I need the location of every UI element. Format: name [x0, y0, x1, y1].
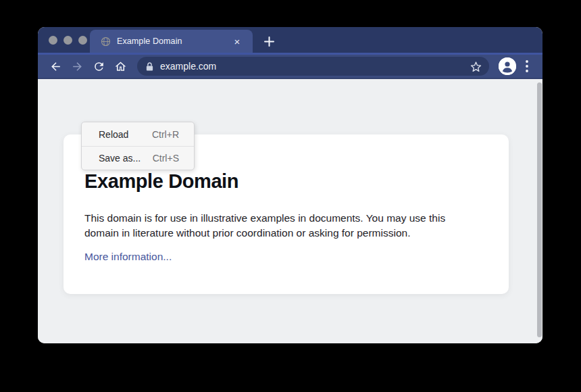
menu-item-label: Reload: [99, 129, 128, 140]
context-menu: Reload Ctrl+R Save as... Ctrl+S: [81, 122, 195, 170]
page-paragraph: This domain is for use in illustrative e…: [84, 211, 482, 241]
titlebar: Example Domain ×: [38, 27, 542, 53]
menu-item-shortcut: Ctrl+S: [153, 153, 179, 164]
window-close-button[interactable]: [49, 36, 57, 45]
person-icon: [499, 57, 516, 75]
context-menu-item-save-as[interactable]: Save as... Ctrl+S: [82, 146, 194, 170]
screenshot-stage: Example Domain ×: [0, 0, 581, 392]
three-dot-menu-icon: [526, 60, 528, 72]
window-controls: [49, 36, 87, 45]
plus-icon: [264, 36, 274, 47]
page-content: Example Domain This domain is for use in…: [38, 79, 542, 343]
context-menu-item-reload[interactable]: Reload Ctrl+R: [82, 122, 194, 146]
star-icon[interactable]: [470, 60, 482, 73]
address-bar[interactable]: example.com: [137, 57, 489, 76]
home-button[interactable]: [111, 57, 129, 75]
forward-arrow-icon: [71, 60, 84, 73]
window-zoom-button[interactable]: [78, 36, 87, 45]
profile-avatar-icon[interactable]: [499, 57, 516, 75]
browser-tab[interactable]: Example Domain ×: [90, 30, 253, 53]
home-icon: [114, 60, 127, 73]
url-text[interactable]: example.com: [160, 61, 470, 72]
tab-close-icon[interactable]: ×: [231, 35, 243, 47]
back-button[interactable]: [47, 57, 64, 75]
tab-title: Example Domain: [117, 36, 231, 46]
page-title: Example Domain: [84, 169, 478, 193]
forward-button[interactable]: [68, 57, 86, 75]
vertical-scrollbar[interactable]: [537, 82, 542, 337]
browser-window: Example Domain ×: [38, 27, 542, 343]
window-minimize-button[interactable]: [64, 36, 72, 45]
lock-icon: [145, 62, 154, 72]
more-information-link[interactable]: More information...: [84, 251, 172, 263]
back-arrow-icon: [49, 60, 62, 73]
browser-menu-button[interactable]: [520, 57, 534, 75]
new-tab-button[interactable]: [261, 33, 277, 49]
reload-icon: [93, 60, 105, 73]
reload-button[interactable]: [90, 57, 107, 75]
menu-item-shortcut: Ctrl+R: [152, 129, 179, 140]
navigation-toolbar: example.com: [38, 53, 542, 79]
menu-item-label: Save as...: [99, 153, 141, 164]
globe-icon: [101, 36, 111, 47]
